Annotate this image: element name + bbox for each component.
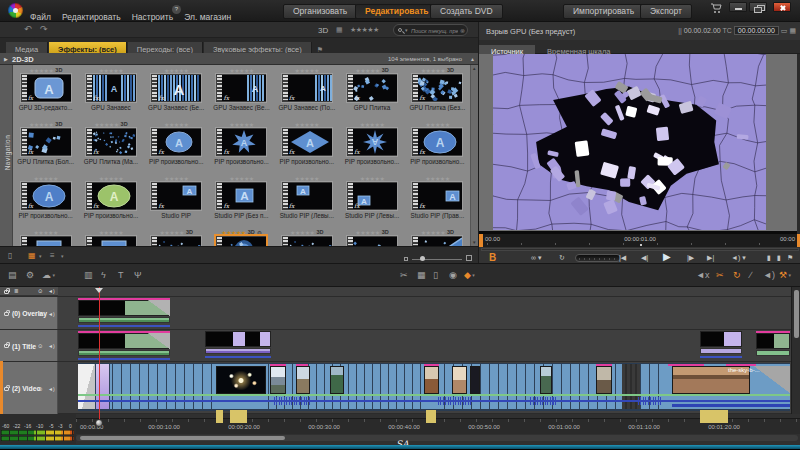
- effect-item[interactable]: ★★★★★Afx: [78, 227, 143, 246]
- effect-gear-icon[interactable]: ⚙: [257, 229, 262, 236]
- rider-clip-thumbnail[interactable]: [596, 366, 612, 394]
- close-icon[interactable]: [773, 2, 791, 12]
- effect-item[interactable]: ★★★★★AfxStudio PIP: [144, 173, 209, 227]
- jump-start-icon[interactable]: |◀: [619, 254, 626, 262]
- app-logo-icon[interactable]: [8, 3, 23, 18]
- loop-playback-icon[interactable]: ↻: [733, 271, 741, 280]
- effect-item[interactable]: ★★★★★AfxPIP произвольно...: [144, 119, 209, 173]
- undo-button[interactable]: ↶: [24, 24, 32, 34]
- video-preview[interactable]: [479, 54, 800, 234]
- menu-1[interactable]: Файл: [30, 12, 51, 22]
- grid-view-icon-dropdown[interactable]: ▾: [39, 253, 42, 259]
- effect-thumbnail[interactable]: Afx: [412, 128, 462, 156]
- razor-icon[interactable]: ✂: [400, 271, 408, 280]
- stars-icon[interactable]: ★★★★★: [360, 121, 384, 128]
- stars-icon[interactable]: ★★★★★: [94, 121, 118, 128]
- grid-view-icon[interactable]: ▦: [28, 251, 36, 260]
- eye-icon[interactable]: ⊙: [38, 343, 43, 349]
- track-header-3[interactable]: (2) Video⊙◄): [0, 361, 58, 414]
- stars-icon[interactable]: ★★★★★: [421, 229, 445, 236]
- clear-search-icon[interactable]: ⊗: [460, 27, 465, 34]
- stars-icon[interactable]: ★★★★★: [229, 175, 253, 182]
- effect-thumbnail[interactable]: Afx: [86, 182, 136, 210]
- eye-icon[interactable]: ⊙: [38, 311, 43, 317]
- play-icon[interactable]: ▶: [663, 251, 671, 262]
- search-dropdown-icon[interactable]: ▾: [405, 27, 408, 33]
- redo-button[interactable]: ↷: [40, 24, 48, 34]
- navigation-strip[interactable]: Navigation: [0, 65, 13, 246]
- stars-icon[interactable]: ★★★★★: [164, 67, 188, 74]
- effect-thumbnail[interactable]: Afx: [151, 182, 201, 210]
- effect-item[interactable]: ★★★★★3D⚙fx: [209, 227, 274, 246]
- loop-mode-icon[interactable]: ∞ ▾: [531, 254, 541, 262]
- playhead-line[interactable]: [99, 287, 100, 414]
- effect-item[interactable]: ★★★★★Afx: [13, 227, 78, 246]
- help-icon[interactable]: ?: [172, 5, 181, 14]
- effect-thumbnail[interactable]: fx: [216, 236, 266, 246]
- clip[interactable]: [78, 331, 170, 360]
- timeline-ruler[interactable]: 00:00.0000:00:10.0000:00:20.0000:00:30.0…: [76, 418, 800, 434]
- playhead-knob[interactable]: [95, 419, 103, 427]
- video-track-strip[interactable]: the-sky-b-...: [78, 363, 790, 411]
- effect-thumbnail[interactable]: fx: [151, 236, 201, 246]
- alpine-clip-thumbnail[interactable]: [270, 366, 286, 394]
- effect-thumbnail[interactable]: Afx: [151, 74, 201, 102]
- effect-thumbnail[interactable]: Afx: [216, 128, 266, 156]
- effect-thumbnail[interactable]: Afx: [282, 128, 332, 156]
- effect-item[interactable]: ★★★★★AfxGPU Занавес (Бе...: [144, 65, 209, 119]
- timeline-marker[interactable]: [700, 410, 728, 423]
- effect-item[interactable]: ★★★★★3Dfx: [339, 227, 404, 246]
- speaker-icon[interactable]: ◄): [48, 311, 55, 317]
- stars-icon[interactable]: ★★★★★: [164, 175, 188, 182]
- dark-clip-thumbnail[interactable]: [470, 366, 480, 394]
- stars-icon[interactable]: ★★★★★: [33, 175, 57, 182]
- stars-icon[interactable]: ★★★★★: [221, 229, 245, 236]
- effect-item[interactable]: ★★★★★AfxPIP произвольно...: [405, 119, 470, 173]
- effect-thumbnail[interactable]: Afx: [216, 182, 266, 210]
- stars-icon[interactable]: ★★★★★: [290, 229, 314, 236]
- effect-item[interactable]: ★★★★★3Dfx: [144, 227, 209, 246]
- collapse-triangle-icon[interactable]: ▶: [4, 56, 8, 62]
- cloud-icon[interactable]: ☁ ▾: [42, 271, 55, 280]
- repeat-icon[interactable]: ↻: [559, 254, 565, 262]
- effect-item[interactable]: ★★★★★3DfxGPU Плитка (Бол...: [13, 119, 78, 173]
- action-button-2[interactable]: Экспорт: [640, 4, 692, 19]
- canyon-clip-thumbnail[interactable]: [424, 366, 439, 394]
- stars-icon[interactable]: ★★★★★: [295, 175, 319, 182]
- effect-item[interactable]: ★★★★★AfxPIP произвольно...: [13, 173, 78, 227]
- effect-thumbnail[interactable]: fx: [282, 236, 332, 246]
- shop-cart-icon[interactable]: [710, 3, 722, 14]
- timeline-marker[interactable]: [230, 410, 247, 423]
- stars-icon[interactable]: ★★★★★: [99, 229, 123, 236]
- effect-thumbnail[interactable]: Afx: [86, 236, 136, 246]
- effect-thumbnail[interactable]: Afx: [21, 74, 71, 102]
- effect-item[interactable]: ★★★★★AfxPIP произвольно...: [274, 119, 339, 173]
- grid-icon[interactable]: ▦: [417, 271, 426, 280]
- speaker-icon[interactable]: ◄): [48, 288, 55, 294]
- scroll-down-icon[interactable]: ▼: [472, 240, 476, 245]
- effect-item[interactable]: ★★★★★3Dfx: [405, 227, 470, 246]
- settings-gear-icon[interactable]: ⚙: [26, 271, 34, 280]
- effect-thumbnail[interactable]: Afx: [21, 182, 71, 210]
- flag-marker-icon[interactable]: ⚑: [787, 254, 793, 262]
- magic-wand-icon[interactable]: ⚒ ▾: [779, 271, 791, 280]
- mode-button-2[interactable]: Редактировать: [355, 4, 439, 19]
- effect-item[interactable]: ★★★★★AfxGPU Занавес: [78, 65, 143, 119]
- marker-icon[interactable]: ◆ ▾: [464, 271, 475, 280]
- search-input[interactable]: ▾ Поиск текущ. представления ⊗: [393, 24, 468, 36]
- preview-scrubber[interactable]: 00.00 00:00:01.00 00:00: [479, 234, 800, 247]
- stars-icon[interactable]: ★★★★★: [33, 229, 57, 236]
- effect-item[interactable]: ★★★★★AfxGPU Занавес (Ве...: [209, 65, 274, 119]
- effect-thumbnail[interactable]: Afx: [412, 182, 462, 210]
- effect-item[interactable]: ★★★★★AfxPIP произвольно...: [209, 119, 274, 173]
- razor-tool-icon[interactable]: ✂: [716, 271, 724, 280]
- forest2-clip-thumbnail[interactable]: [540, 366, 552, 394]
- shuttle-slider[interactable]: [575, 254, 621, 262]
- effect-thumbnail[interactable]: fx: [21, 128, 71, 156]
- mute-icon[interactable]: ◄x: [696, 271, 709, 280]
- clip[interactable]: [756, 331, 790, 360]
- list-view-icon[interactable]: ≡: [50, 251, 55, 260]
- trash-icon[interactable]: ▯: [433, 271, 438, 280]
- playhead-marker-icon[interactable]: [95, 288, 103, 293]
- effect-item[interactable]: ★★★★★3DAfxGPU 3D-редакто...: [13, 65, 78, 119]
